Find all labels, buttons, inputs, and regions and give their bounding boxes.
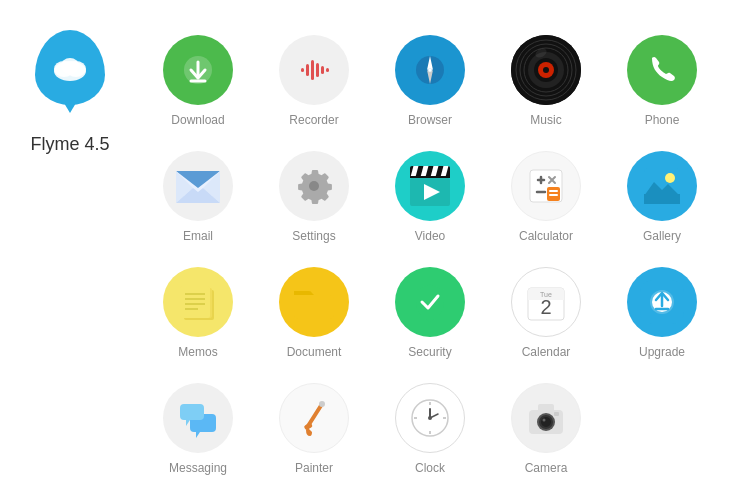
gallery-icon — [640, 164, 684, 208]
phone-label: Phone — [645, 113, 680, 127]
memos-icon-bg — [163, 267, 233, 337]
svg-rect-57 — [180, 286, 210, 318]
settings-label: Settings — [292, 229, 335, 243]
app-grid: Download Recorder — [130, 20, 730, 494]
svg-point-77 — [319, 401, 325, 407]
music-icon — [511, 35, 581, 105]
app-browser[interactable]: Browser — [372, 25, 488, 141]
svg-point-53 — [665, 173, 675, 183]
browser-label: Browser — [408, 113, 452, 127]
email-icon — [173, 166, 223, 206]
svg-line-75 — [308, 404, 322, 426]
app-phone[interactable]: Phone — [604, 25, 720, 141]
download-label: Download — [171, 113, 224, 127]
svg-point-16 — [428, 68, 432, 72]
clock-icon-bg — [395, 383, 465, 453]
svg-point-89 — [541, 417, 551, 427]
messaging-icon — [176, 396, 220, 440]
download-icon — [180, 52, 216, 88]
clock-icon — [408, 396, 452, 440]
svg-rect-54 — [644, 194, 680, 204]
settings-icon-bg — [279, 151, 349, 221]
svg-rect-91 — [554, 412, 559, 416]
settings-icon — [293, 165, 335, 207]
video-icon — [408, 164, 452, 208]
upgrade-label: Upgrade — [639, 345, 685, 359]
clock-label: Clock — [415, 461, 445, 475]
memos-label: Memos — [178, 345, 217, 359]
download-icon-bg — [163, 35, 233, 105]
phone-icon-bg — [627, 35, 697, 105]
app-settings[interactable]: Settings — [256, 141, 372, 257]
recorder-label: Recorder — [289, 113, 338, 127]
upgrade-icon-bg — [627, 267, 697, 337]
security-icon — [408, 280, 452, 324]
app-document[interactable]: Document — [256, 257, 372, 373]
app-video[interactable]: Video — [372, 141, 488, 257]
svg-rect-7 — [306, 64, 309, 76]
left-panel: Flyme 4.5 — [10, 20, 130, 494]
app-calculator[interactable]: Calculator — [488, 141, 604, 257]
svg-point-33 — [309, 181, 319, 191]
app-painter[interactable]: Painter — [256, 373, 372, 489]
painter-label: Painter — [295, 461, 333, 475]
upgrade-icon — [640, 280, 684, 324]
app-calendar[interactable]: Tue 2 Calendar — [488, 257, 604, 373]
memos-icon — [176, 280, 220, 324]
calendar-icon-bg: Tue 2 — [511, 267, 581, 337]
gallery-icon-bg — [627, 151, 697, 221]
app-clock[interactable]: Clock — [372, 373, 488, 489]
svg-rect-9 — [316, 63, 319, 77]
svg-rect-10 — [321, 66, 324, 74]
recorder-icon — [294, 50, 334, 90]
svg-point-3 — [61, 58, 79, 74]
app-email[interactable]: Email — [140, 141, 256, 257]
calendar-label: Calendar — [522, 345, 571, 359]
browser-icon-bg — [395, 35, 465, 105]
painter-icon-bg — [279, 383, 349, 453]
svg-rect-73 — [180, 404, 204, 420]
document-label: Document — [287, 345, 342, 359]
music-label: Music — [530, 113, 561, 127]
recorder-icon-bg — [279, 35, 349, 105]
calculator-label: Calculator — [519, 229, 573, 243]
email-icon-bg — [163, 151, 233, 221]
music-icon-bg — [511, 35, 581, 105]
document-icon — [289, 277, 339, 327]
security-icon-bg — [395, 267, 465, 337]
svg-marker-74 — [186, 420, 190, 426]
svg-rect-8 — [311, 60, 314, 80]
app-music[interactable]: Music — [488, 25, 604, 141]
svg-point-90 — [543, 419, 546, 422]
app-download[interactable]: Download — [140, 25, 256, 141]
browser-icon — [408, 48, 452, 92]
messaging-icon-bg — [163, 383, 233, 453]
svg-point-85 — [428, 416, 432, 420]
app-gallery[interactable]: Gallery — [604, 141, 720, 257]
calendar-icon: Tue 2 — [524, 280, 568, 324]
app-camera[interactable]: Camera — [488, 373, 604, 489]
svg-rect-11 — [326, 68, 329, 72]
calculator-icon — [524, 164, 568, 208]
brand-name: Flyme 4.5 — [30, 134, 109, 155]
svg-text:2: 2 — [540, 296, 551, 318]
logo-balloon — [35, 30, 105, 105]
video-icon-bg — [395, 151, 465, 221]
app-messaging[interactable]: Messaging — [140, 373, 256, 489]
gallery-label: Gallery — [643, 229, 681, 243]
app-memos[interactable]: Memos — [140, 257, 256, 373]
security-label: Security — [408, 345, 451, 359]
app-upgrade[interactable]: Upgrade — [604, 257, 720, 373]
video-label: Video — [415, 229, 445, 243]
svg-point-25 — [543, 67, 549, 73]
svg-marker-72 — [196, 432, 200, 438]
app-security[interactable]: Security — [372, 257, 488, 373]
svg-rect-6 — [301, 68, 304, 72]
camera-label: Camera — [525, 461, 568, 475]
document-icon-bg — [279, 267, 349, 337]
camera-icon — [524, 396, 568, 440]
cloud-icon — [50, 53, 90, 83]
messaging-label: Messaging — [169, 461, 227, 475]
logo — [30, 30, 110, 120]
app-recorder[interactable]: Recorder — [256, 25, 372, 141]
